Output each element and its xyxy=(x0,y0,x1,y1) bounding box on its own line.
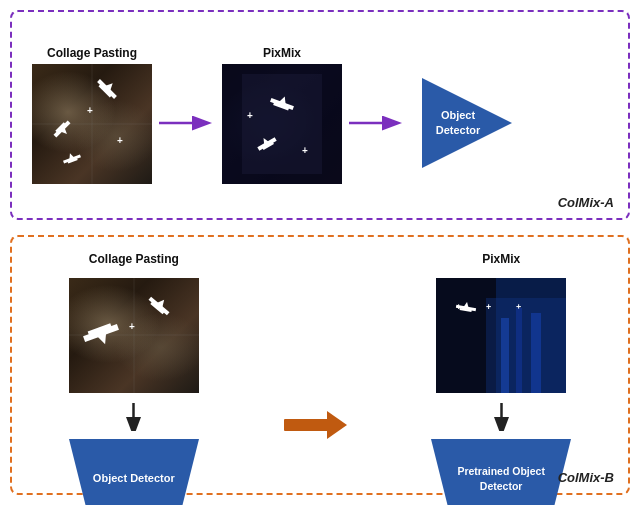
arrow-svg-2 xyxy=(347,113,407,133)
arrow-purple-right-1 xyxy=(157,113,217,133)
pixmix-group-a: PixMix xyxy=(222,46,342,184)
arrow-orange-right xyxy=(282,407,347,442)
pretrained-object-detector-label: Pretrained Object Detector xyxy=(436,464,566,493)
svg-text:+: + xyxy=(456,302,461,312)
col-b-right: PixMix + + xyxy=(421,252,581,505)
pixmix-label-b: PixMix xyxy=(482,252,520,266)
arrow-down-left xyxy=(121,401,146,431)
svg-rect-52 xyxy=(501,318,509,393)
object-detector-a: Object Detector xyxy=(417,68,512,178)
svg-text:+: + xyxy=(117,135,123,146)
object-detector-label-b: Object Detector xyxy=(74,471,194,486)
pixmix-image-b: + + + xyxy=(436,278,566,393)
arrow-down-svg-right xyxy=(489,401,514,431)
svg-rect-41 xyxy=(284,419,334,431)
arrow-svg-1 xyxy=(157,113,217,133)
collage-image-b: + xyxy=(69,278,199,393)
svg-text:+: + xyxy=(486,302,491,312)
collage-image-a: + + xyxy=(32,64,152,184)
section-b-content: Collage Pasting xyxy=(22,247,618,483)
collage-svg-b: + xyxy=(69,278,199,393)
pixmix-svg-a: + + xyxy=(222,64,342,184)
section-a: Collage Pasting xyxy=(10,10,630,220)
pixmix-label-a: PixMix xyxy=(263,46,301,60)
svg-text:+: + xyxy=(129,321,135,332)
svg-text:+: + xyxy=(87,105,93,116)
collage-pasting-label-b: Collage Pasting xyxy=(89,252,179,266)
section-b: Collage Pasting xyxy=(10,235,630,495)
main-container: Collage Pasting xyxy=(0,0,640,505)
arrow-orange-svg xyxy=(282,407,347,442)
arrow-down-svg-left xyxy=(121,401,146,431)
arrow-down-right xyxy=(489,401,514,431)
svg-text:+: + xyxy=(247,110,253,121)
col-b-left: Collage Pasting xyxy=(59,252,209,505)
svg-marker-42 xyxy=(327,411,347,439)
svg-rect-45 xyxy=(486,298,566,393)
object-detector-b: Object Detector xyxy=(59,439,209,505)
collage-pasting-group-a: Collage Pasting xyxy=(32,46,152,184)
arrow-purple-right-2 xyxy=(347,113,407,133)
svg-rect-53 xyxy=(516,308,522,393)
svg-text:+: + xyxy=(302,145,308,156)
svg-rect-16 xyxy=(242,74,322,174)
object-detector-label-a: Object Detector xyxy=(422,107,494,138)
pixmix-image-a: + + xyxy=(222,64,342,184)
pixmix-svg-b: + + + xyxy=(436,278,566,393)
collage-pasting-label-a: Collage Pasting xyxy=(47,46,137,60)
section-a-label: ColMix-A xyxy=(558,195,614,210)
collage-svg-a: + + xyxy=(32,64,152,184)
svg-rect-54 xyxy=(531,313,541,393)
section-a-content: Collage Pasting xyxy=(22,22,618,208)
section-b-label: ColMix-B xyxy=(558,470,614,485)
